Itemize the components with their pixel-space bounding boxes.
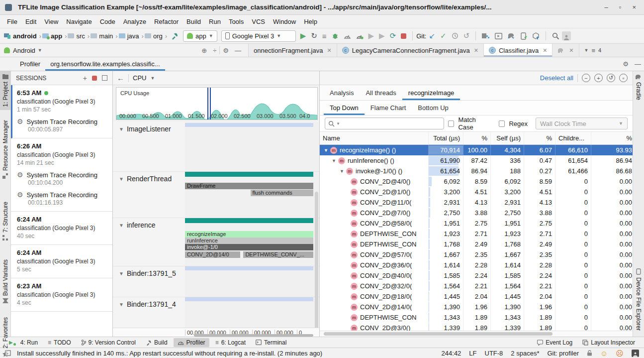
expand-arrow-icon[interactable]: ▼ <box>332 158 338 163</box>
tool-button-structure[interactable]: 7: Structure <box>2 199 9 243</box>
tab-analysis[interactable]: Analysis <box>324 85 360 100</box>
happy-face-icon[interactable]: ☺ <box>600 350 608 357</box>
col-total-pct[interactable]: % <box>463 132 490 144</box>
collapse-thread-icon[interactable]: ▼ <box>119 271 124 276</box>
trace-event-bar[interactable]: DEPTHWISE_CONV_... <box>243 251 313 258</box>
tab-bottom-up[interactable]: Bottom Up <box>412 101 454 115</box>
close-button[interactable]: × <box>632 3 636 11</box>
search-everywhere-icon[interactable] <box>552 32 559 40</box>
breadcrumb-android[interactable]: android <box>4 32 37 40</box>
trace-event-bar[interactable]: flush commands <box>251 190 313 196</box>
session-item[interactable]: 6:23 AM classification (Google Pixel 3) … <box>11 278 112 312</box>
git-history-button[interactable] <box>452 32 459 39</box>
recording-item[interactable]: ⚙System Trace Recording <box>17 171 107 179</box>
selection-line[interactable] <box>207 88 208 119</box>
menu-build[interactable]: Build <box>183 16 205 27</box>
table-row[interactable]: mDEPTHWISE_CON1,9232.711,9232.7100.00 <box>320 229 633 239</box>
menu-code[interactable]: Code <box>96 16 119 27</box>
gradle-file-tab[interactable]: ✕ <box>552 44 579 57</box>
table-horizontal-scrollbar[interactable] <box>320 331 633 337</box>
tool-button-device-file-explorer[interactable]: Device File Explorer <box>635 265 642 334</box>
device-manager-icon[interactable] <box>521 32 527 40</box>
git-commit-button[interactable]: ✓ <box>440 31 447 40</box>
table-row[interactable]: mCONV_2D@57/0(1,6672.351,6672.3500.00 <box>320 249 633 260</box>
session-item[interactable]: 6:24 AM classification (Google Pixel 3) … <box>11 245 112 278</box>
profile-avatar-icon[interactable] <box>562 31 571 40</box>
tool-button-gradle[interactable]: Gradle <box>635 71 642 103</box>
table-row[interactable]: mDEPTHWISE_CON1,7682.491,7682.4900.00 <box>320 239 633 249</box>
close-tab-icon[interactable]: ✕ <box>327 47 331 54</box>
trace-event-bar[interactable]: recognizeImage <box>185 231 313 238</box>
run-button[interactable]: ▶ <box>300 31 306 40</box>
menu-refactor[interactable]: Refactor <box>150 16 183 27</box>
deselect-all-link[interactable]: Deselect all <box>540 74 573 82</box>
caret-position[interactable]: 244:42 <box>442 350 461 357</box>
event-log-button[interactable]: Event Log <box>533 338 576 347</box>
layout-inspector-button[interactable]: Layout Inspector <box>578 338 639 347</box>
collapse-thread-icon[interactable]: ▼ <box>119 126 124 132</box>
toolwin-run[interactable]: ▶4: Run <box>5 338 42 347</box>
build-hammer-icon[interactable] <box>171 32 179 40</box>
zoom-in-icon[interactable]: + <box>594 74 603 82</box>
collapse-thread-icon[interactable]: ▼ <box>119 302 124 307</box>
table-row[interactable]: mCONV_2D@58/0(1,9512.751,9512.7500.00 <box>320 218 633 229</box>
table-row[interactable]: mCONV_2D@11/0(2,9314.132,9314.1300.00 <box>320 197 633 208</box>
session-item[interactable]: 6:24 AM classification (Google Pixel 3) … <box>11 212 112 245</box>
indent-style[interactable]: 2 spaces* <box>511 350 539 357</box>
trace-event-bar[interactable]: invoke@-1/0 <box>185 244 313 250</box>
profile-low-overhead-button[interactable] <box>356 32 364 39</box>
col-children-pct[interactable]: % <box>591 132 638 144</box>
vertical-scrollbar[interactable] <box>315 192 318 328</box>
profile-button[interactable] <box>344 32 351 39</box>
tab-recognizeimage[interactable]: recognizeImage <box>402 85 460 100</box>
selection-line[interactable] <box>210 88 211 119</box>
run-anything-icon[interactable] <box>495 33 502 39</box>
tab-all-threads[interactable]: All threads <box>360 85 402 100</box>
user-avatar-icon[interactable] <box>632 350 639 357</box>
gradle-sync-icon[interactable] <box>507 32 516 39</box>
git-update-button[interactable]: ↙ <box>429 31 435 40</box>
thread-state-bar[interactable] <box>185 123 313 127</box>
horizontal-scrollbar[interactable] <box>194 334 313 337</box>
device-select[interactable]: Google Pixel 3▼ <box>221 30 296 42</box>
breadcrumb-app[interactable]: app <box>42 32 62 40</box>
thread-row-inference[interactable]: ▼inference recognizeImage runInference i… <box>113 218 319 266</box>
table-row[interactable]: mCONV_2D@40/0(1,5852.241,5852.2400.00 <box>320 270 633 281</box>
restart-activity-button[interactable]: ⟳ <box>390 31 396 40</box>
thread-state-bar[interactable] <box>185 218 313 223</box>
expand-arrow-icon[interactable]: ▼ <box>324 148 330 153</box>
stop-attach-button[interactable]: ▶ <box>379 31 385 40</box>
table-row[interactable]: ▼mrecognizeImage() ()70,914100.004,3046.… <box>320 145 633 155</box>
table-row[interactable]: ▼mrunInference() ()61,99087.423360.4761,… <box>320 155 633 166</box>
close-tab-icon[interactable]: ✕ <box>569 47 573 54</box>
search-input[interactable] <box>342 119 441 128</box>
tool-button-resource-manager[interactable]: Resource Manager <box>2 117 9 182</box>
table-row[interactable]: mCONV_2D@7/0()2,7503.882,7503.8800.00 <box>320 208 633 218</box>
close-tab-icon[interactable]: ✕ <box>474 47 478 54</box>
expand-arrow-icon[interactable]: ▼ <box>340 169 346 174</box>
project-structure-icon[interactable] <box>482 32 490 39</box>
project-settings-icon[interactable]: ⚙ <box>223 47 229 54</box>
thread-row-imagelistener[interactable]: ▼ImageListener <box>113 122 319 172</box>
zoom-to-selection-icon[interactable]: ▫ <box>619 74 628 82</box>
attach-debugger-button[interactable]: ▶ <box>368 31 374 40</box>
profiler-hide-icon[interactable]: — <box>635 60 641 68</box>
table-row[interactable]: mCONV_2D@32/0(1,5642.211,5642.2100.00 <box>320 281 633 291</box>
menu-edit[interactable]: Edit <box>21 16 40 27</box>
collapse-thread-icon[interactable]: ▼ <box>119 223 124 228</box>
tab-list-dropdown[interactable]: ▼≡4 <box>579 44 607 57</box>
project-view-select[interactable]: Android <box>13 47 35 54</box>
trace-event-bar[interactable]: CONV_2D@14/0 <box>185 251 240 258</box>
sad-face-icon[interactable]: ☹ <box>616 350 624 357</box>
col-self[interactable]: Self (µs) <box>490 132 524 144</box>
editor-tab-selected[interactable]: cClassifier.java✕ <box>484 44 552 57</box>
editor-tab[interactable]: onnectionFragment.java✕ <box>249 44 337 57</box>
table-row[interactable]: mCONV_2D@3/0()1,3391.891,3391.8900.00 <box>320 323 633 331</box>
menu-analyze[interactable]: Analyze <box>119 16 150 27</box>
table-row[interactable]: mCONV_2D@14/0(1,3901.961,3901.9600.00 <box>320 302 633 312</box>
clock-mode-select[interactable]: Wall Clock Time▼ <box>536 118 628 129</box>
col-total[interactable]: Total (µs) <box>428 132 463 144</box>
toolwin-version-control[interactable]: 9: Version Control <box>77 338 140 347</box>
table-row[interactable]: mCONV_2D@4/0()6,0928.596,0928.5900.00 <box>320 176 633 187</box>
window-toggle-icon[interactable] <box>5 350 11 356</box>
